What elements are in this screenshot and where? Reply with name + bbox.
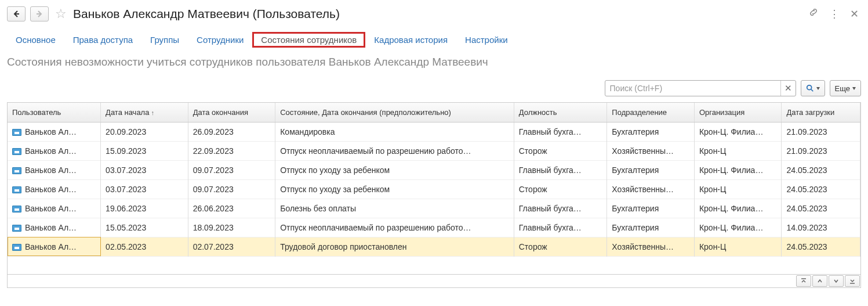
record-icon	[12, 225, 21, 232]
chevron-down-icon	[852, 87, 856, 90]
more-actions-label: Еще	[835, 84, 850, 93]
cell-org: Крон-Ц	[694, 179, 782, 199]
record-icon	[12, 186, 21, 193]
cell-end: 26.09.2023	[188, 122, 275, 141]
cell-loaded: 14.09.2023	[782, 218, 860, 237]
close-icon[interactable]: ✕	[848, 6, 861, 21]
cell-end: 18.09.2023	[188, 218, 275, 237]
cell-start: 20.09.2023	[101, 122, 188, 141]
svg-point-2	[807, 85, 811, 90]
tab-4[interactable]: Состояния сотрудников	[252, 32, 365, 48]
tab-1[interactable]: Права доступа	[64, 32, 141, 48]
cell-user: Ваньков Ал…	[8, 237, 101, 256]
link-icon[interactable]	[806, 6, 821, 21]
cell-department: Бухгалтерия	[607, 218, 695, 237]
cell-position: Сторож	[514, 237, 607, 256]
scroll-top-button[interactable]	[796, 275, 811, 287]
states-table: Пользователь Дата начала↑ Дата окончания…	[8, 103, 860, 257]
favorite-star-icon[interactable]: ☆	[53, 6, 68, 21]
table-row[interactable]: Ваньков Ал…15.05.202318.09.2023Отпуск не…	[8, 218, 860, 237]
record-icon	[12, 129, 21, 136]
cell-department: Хозяйственны…	[607, 179, 695, 199]
cell-state: Отпуск неоплачиваемый по разрешению рабо…	[275, 218, 514, 237]
col-header-start[interactable]: Дата начала↑	[101, 103, 188, 122]
tab-0[interactable]: Основное	[7, 32, 64, 48]
cell-org: Крон-Ц. Филиа…	[694, 199, 782, 218]
col-header-end[interactable]: Дата окончания	[188, 103, 275, 122]
tab-bar: ОсновноеПрава доступаГруппыСотрудникиСос…	[7, 32, 861, 48]
cell-state: Отпуск по уходу за ребенком	[275, 179, 514, 199]
record-icon	[12, 167, 21, 174]
more-actions-button[interactable]: Еще	[830, 80, 861, 96]
cell-end: 09.07.2023	[188, 160, 275, 179]
record-icon	[12, 148, 21, 155]
table-row[interactable]: Ваньков Ал…20.09.202326.09.2023Командиро…	[8, 122, 860, 141]
cell-org: Крон-Ц	[694, 237, 782, 256]
col-header-position[interactable]: Должность	[514, 103, 607, 122]
cell-start: 15.05.2023	[101, 218, 188, 237]
table-row[interactable]: Ваньков Ал…19.06.202326.06.2023Болезнь б…	[8, 199, 860, 218]
cell-start: 02.05.2023	[101, 237, 188, 256]
cell-end: 22.09.2023	[188, 141, 275, 160]
cell-loaded: 24.05.2023	[782, 179, 860, 199]
cell-end: 02.07.2023	[188, 237, 275, 256]
col-header-department[interactable]: Подразделение	[607, 103, 695, 122]
tab-2[interactable]: Группы	[141, 32, 188, 48]
table-row[interactable]: Ваньков Ал…03.07.202309.07.2023Отпуск по…	[8, 179, 860, 199]
more-menu-icon[interactable]: ⋮	[827, 6, 842, 21]
cell-state: Отпуск неоплачиваемый по разрешению рабо…	[275, 141, 514, 160]
svg-line-3	[811, 89, 813, 92]
col-header-user[interactable]: Пользователь	[8, 103, 101, 122]
scroll-up-button[interactable]	[812, 275, 827, 287]
sort-asc-icon: ↑	[151, 109, 154, 116]
cell-state: Командировка	[275, 122, 514, 141]
cell-position: Главный бухга…	[514, 122, 607, 141]
cell-end: 09.07.2023	[188, 179, 275, 199]
cell-position: Сторож	[514, 179, 607, 199]
table-row[interactable]: Ваньков Ал…02.05.202302.07.2023Трудовой …	[8, 237, 860, 256]
cell-org: Крон-Ц. Филиа…	[694, 218, 782, 237]
tab-6[interactable]: Настройки	[456, 32, 517, 48]
cell-position: Главный бухга…	[514, 160, 607, 179]
cell-state: Болезнь без оплаты	[275, 199, 514, 218]
search-input[interactable]	[605, 84, 780, 93]
back-button[interactable]	[7, 6, 26, 21]
chevron-down-icon	[816, 87, 820, 90]
clear-search-button[interactable]: ✕	[780, 81, 796, 96]
scroll-down-button[interactable]	[829, 275, 844, 287]
cell-user: Ваньков Ал…	[8, 122, 101, 141]
cell-department: Хозяйственны…	[607, 141, 695, 160]
col-header-state[interactable]: Состояние, Дата окончания (предположител…	[275, 103, 514, 122]
cell-loaded: 21.09.2023	[782, 122, 860, 141]
record-icon	[12, 244, 21, 251]
page-title: Ваньков Александр Матвеевич (Пользовател…	[73, 7, 801, 21]
cell-department: Бухгалтерия	[607, 160, 695, 179]
cell-org: Крон-Ц. Филиа…	[694, 122, 782, 141]
cell-loaded: 24.05.2023	[782, 160, 860, 179]
search-field-wrap: ✕	[605, 80, 796, 96]
tab-3[interactable]: Сотрудники	[188, 32, 252, 48]
cell-position: Главный бухга…	[514, 218, 607, 237]
cell-user: Ваньков Ал…	[8, 199, 101, 218]
cell-user: Ваньков Ал…	[8, 179, 101, 199]
search-button[interactable]	[801, 80, 825, 96]
table-row[interactable]: Ваньков Ал…03.07.202309.07.2023Отпуск по…	[8, 160, 860, 179]
col-header-org[interactable]: Организация	[694, 103, 782, 122]
cell-start: 19.06.2023	[101, 199, 188, 218]
cell-user: Ваньков Ал…	[8, 160, 101, 179]
tab-5[interactable]: Кадровая история	[365, 32, 456, 48]
cell-user: Ваньков Ал…	[8, 218, 101, 237]
scroll-bottom-button[interactable]	[845, 275, 860, 287]
table-row[interactable]: Ваньков Ал…15.09.202322.09.2023Отпуск не…	[8, 141, 860, 160]
cell-state: Трудовой договор приостановлен	[275, 237, 514, 256]
cell-start: 03.07.2023	[101, 179, 188, 199]
cell-start: 15.09.2023	[101, 141, 188, 160]
cell-loaded: 21.09.2023	[782, 141, 860, 160]
cell-state: Отпуск по уходу за ребенком	[275, 160, 514, 179]
cell-department: Бухгалтерия	[607, 199, 695, 218]
cell-org: Крон-Ц. Филиа…	[694, 160, 782, 179]
forward-button[interactable]	[30, 6, 49, 21]
cell-position: Главный бухга…	[514, 199, 607, 218]
col-header-loaded[interactable]: Дата загрузки	[782, 103, 860, 122]
cell-start: 03.07.2023	[101, 160, 188, 179]
